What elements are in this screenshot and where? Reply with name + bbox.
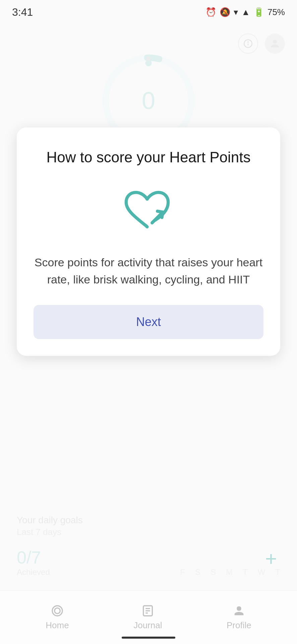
- battery-icon: 🔋: [253, 7, 264, 17]
- home-icon: [51, 604, 64, 618]
- status-icons: ⏰ 🔕 ▾ ▲ 🔋 75%: [205, 7, 285, 17]
- nav-journal[interactable]: Journal: [133, 604, 162, 631]
- dialog-description: Score points for activity that raises yo…: [34, 254, 263, 288]
- status-bar: 3:41 ⏰ 🔕 ▾ ▲ 🔋 75%: [0, 0, 297, 22]
- home-indicator: [122, 637, 175, 639]
- profile-label: Profile: [227, 620, 251, 631]
- svg-point-8: [55, 608, 60, 614]
- wifi-icon: ▾: [234, 7, 238, 17]
- heart-icon-container: [34, 187, 263, 234]
- dialog-title: How to score your Heart Points: [34, 148, 263, 167]
- next-button[interactable]: Next: [34, 305, 263, 339]
- mute-icon: 🔕: [220, 7, 230, 17]
- bottom-nav: Home Journal Profile: [0, 590, 297, 644]
- heart-rate-icon: [122, 187, 175, 234]
- home-label: Home: [46, 620, 69, 631]
- status-time: 3:41: [12, 6, 33, 18]
- battery-level: 75%: [268, 7, 285, 17]
- journal-label: Journal: [133, 620, 162, 631]
- profile-icon: [232, 604, 246, 618]
- journal-icon: [141, 604, 155, 618]
- svg-point-7: [52, 606, 62, 616]
- nav-home[interactable]: Home: [46, 604, 69, 631]
- dialog-card: How to score your Heart Points Score poi…: [17, 127, 280, 356]
- add-activity-button[interactable]: +: [265, 547, 277, 570]
- nav-profile[interactable]: Profile: [227, 604, 251, 631]
- alarm-icon: ⏰: [205, 7, 216, 17]
- signal-icon: ▲: [241, 7, 250, 17]
